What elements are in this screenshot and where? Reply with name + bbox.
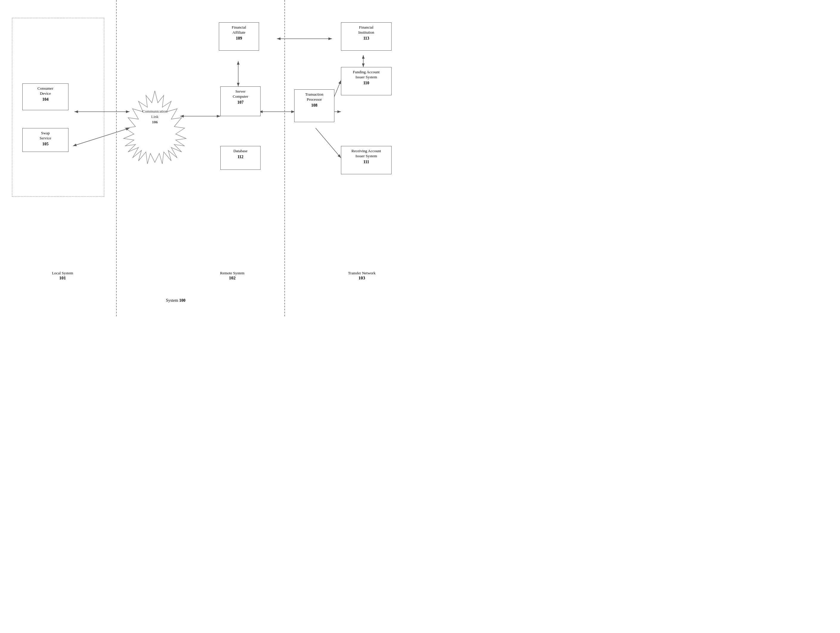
transfer-network-label: Transfer Network 103 [328,271,396,281]
swap-service-label: SwapService [24,131,66,141]
transfer-network-text: Transfer Network [348,271,376,275]
funding-account-box: Funding AccountIssuer System 110 [341,67,392,95]
transfer-network-num: 103 [358,275,365,280]
swap-service-box: SwapService 105 [22,128,68,152]
funding-account-num: 110 [343,81,390,86]
transaction-processor-box: TransactionProcessor 108 [294,89,335,122]
receiving-account-num: 111 [343,159,390,165]
financial-affiliate-box: FinancialAffiliate 109 [219,22,259,51]
svg-text:Communication: Communication [142,109,167,114]
consumer-device-label: ConsumerDevice [24,86,66,96]
consumer-device-num: 104 [24,97,66,102]
remote-system-label: Remote System 102 [202,271,262,281]
database-box: Database 112 [220,146,261,170]
remote-system-text: Remote System [220,271,245,275]
comm-link-shape: Communication Link 106 [123,91,186,164]
boundary-line-1 [116,0,117,316]
diagram: Communication Link 106 [0,0,420,316]
server-computer-num: 107 [223,100,259,105]
svg-text:Link: Link [151,114,159,119]
page-caption: System 100 [146,298,205,303]
local-system-text: Local System [52,271,73,275]
receiving-account-label: Receiving AccountIssuer System [343,149,390,159]
database-label: Database [223,149,259,154]
local-system-label: Local System 101 [39,271,86,281]
caption-num: 100 [179,298,186,303]
swap-service-num: 105 [24,141,66,147]
financial-affiliate-num: 109 [221,36,257,41]
svg-text:106: 106 [152,120,158,124]
server-computer-box: ServerComputer 107 [220,86,261,116]
remote-system-num: 102 [229,275,236,280]
receiving-account-box: Receiving AccountIssuer System 111 [341,146,392,174]
boundary-line-2 [284,0,285,316]
transaction-processor-label: TransactionProcessor [296,92,332,102]
svg-line-13 [316,128,341,158]
server-computer-label: ServerComputer [223,89,259,99]
svg-marker-0 [123,91,186,164]
financial-institution-label: FinancialInstitution [343,25,390,35]
consumer-device-box: ConsumerDevice 104 [22,84,68,110]
database-num: 112 [223,154,259,160]
financial-institution-num: 113 [343,36,390,41]
caption-label: System [166,298,179,303]
transaction-processor-num: 108 [296,103,332,108]
local-system-num: 101 [59,275,66,280]
financial-institution-box: FinancialInstitution 113 [341,22,392,51]
financial-affiliate-label: FinancialAffiliate [221,25,257,35]
funding-account-label: Funding AccountIssuer System [343,70,390,80]
